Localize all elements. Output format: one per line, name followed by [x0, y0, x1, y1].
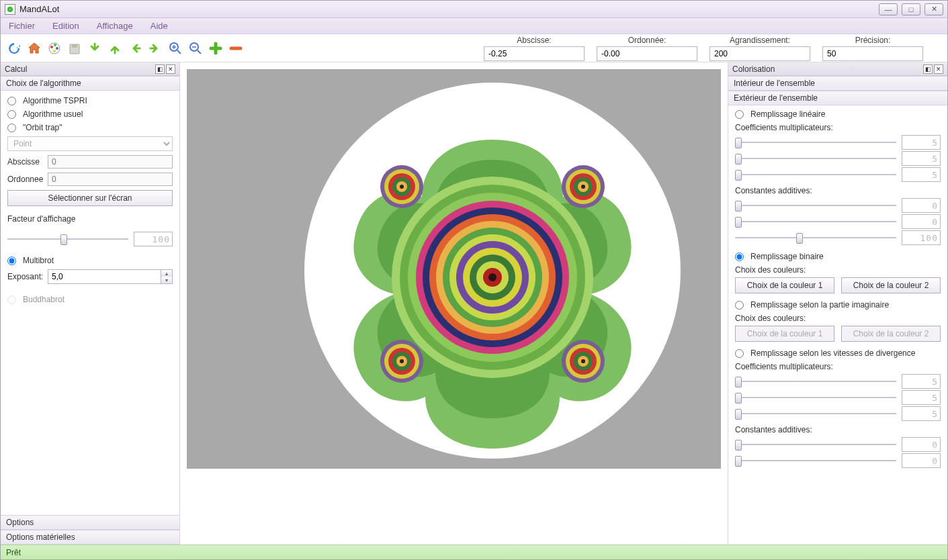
remp-imag-radio[interactable] — [735, 301, 744, 310]
menubar: Fichier Edition Affichage Aide — [1, 18, 947, 34]
menu-file[interactable]: Fichier — [5, 19, 39, 32]
interieur-section[interactable]: Intérieur de l'ensemble — [728, 76, 947, 91]
div-coef-slider-1[interactable] — [735, 375, 896, 388]
algo-orbit-radio[interactable] — [7, 124, 16, 132]
multibrot-label: Multibrot — [23, 256, 54, 265]
remp-div-radio[interactable] — [735, 349, 744, 358]
const-slider-2[interactable] — [735, 215, 896, 228]
algo-section[interactable]: Choix de l'algorithme — [1, 76, 179, 91]
arrow-left-icon[interactable] — [126, 39, 144, 58]
const-slider-3[interactable] — [735, 231, 896, 244]
div-coef-slider-2[interactable] — [735, 391, 896, 404]
exposant-down[interactable]: ▼ — [161, 277, 172, 283]
color2-button[interactable]: Choix de la couleur 2 — [841, 277, 941, 293]
dock-float-icon[interactable]: ◧ — [155, 64, 165, 74]
div-const-disp-2: 0 — [902, 453, 941, 468]
coef-mult-label: Coefficients multiplicateurs: — [735, 123, 941, 132]
svg-point-4 — [53, 50, 56, 52]
div-coef-disp-1: 5 — [902, 374, 941, 389]
facteur-display: 100 — [134, 232, 173, 246]
abscisse-input[interactable] — [484, 46, 585, 61]
calcul-header: Calcul — [5, 64, 27, 74]
facteur-label: Facteur d'affichage — [7, 214, 173, 224]
dock-close-icon-r[interactable]: ✕ — [934, 64, 943, 74]
algo-tspri-radio[interactable] — [7, 97, 16, 105]
palette-icon[interactable] — [45, 39, 64, 58]
close-button[interactable]: ✕ — [924, 3, 943, 15]
zoom-in-icon[interactable] — [166, 39, 185, 58]
precision-input[interactable] — [822, 46, 923, 61]
coef-slider-2[interactable] — [735, 152, 896, 165]
coef-slider-3[interactable] — [735, 168, 896, 181]
div-coef-disp-3: 5 — [902, 406, 941, 421]
const-slider-1[interactable] — [735, 199, 896, 212]
menu-view[interactable]: Affichage — [93, 19, 137, 32]
div-coef-slider-3[interactable] — [735, 407, 896, 420]
agrand-label: Agrandissement: — [709, 36, 810, 45]
menu-help[interactable]: Aide — [146, 19, 172, 32]
exterieur-section[interactable]: Extérieur de l'ensemble — [728, 91, 947, 105]
svg-point-38 — [581, 185, 585, 189]
remp-lin-radio[interactable] — [735, 110, 744, 119]
div-const-slider-1[interactable] — [735, 438, 896, 451]
window-title: MandALot — [19, 4, 879, 14]
refresh-icon[interactable] — [5, 39, 24, 58]
multibrot-radio[interactable] — [7, 256, 16, 265]
color1-button[interactable]: Choix de la couleur 1 — [735, 277, 834, 293]
minus-icon[interactable] — [226, 39, 245, 58]
orbit-point-select[interactable]: Point — [7, 136, 173, 151]
const-disp-1: 0 — [902, 198, 941, 213]
coef-disp-2: 5 — [902, 151, 941, 166]
buddhabrot-label: Buddhabrot — [23, 295, 64, 304]
arrow-down-icon[interactable] — [85, 39, 104, 58]
zoom-out-icon[interactable] — [186, 39, 205, 58]
app-icon — [5, 4, 15, 15]
ot-abscisse-input[interactable] — [48, 155, 173, 169]
exposant-input[interactable] — [48, 269, 161, 284]
arrow-right-icon[interactable] — [146, 39, 165, 58]
div-const-disp-1: 0 — [902, 437, 941, 452]
buddhabrot-radio — [7, 295, 16, 304]
svg-point-26 — [488, 273, 497, 281]
svg-point-3 — [56, 47, 58, 50]
const-disp-2: 0 — [902, 214, 941, 229]
algo-tspri-label: Algorithme TSPRI — [23, 96, 87, 105]
facteur-slider[interactable] — [7, 232, 128, 246]
dock-close-icon[interactable]: ✕ — [166, 64, 175, 74]
svg-point-32 — [400, 185, 404, 189]
svg-point-44 — [400, 359, 404, 363]
svg-line-8 — [177, 50, 181, 54]
coef-disp-3: 5 — [902, 167, 941, 182]
algo-usuel-radio[interactable] — [7, 110, 16, 119]
choix-col-label-1: Choix des couleurs: — [735, 265, 941, 275]
exposant-up[interactable]: ▲ — [161, 270, 172, 277]
div-const-slider-2[interactable] — [735, 454, 896, 467]
right-dock: Colorisation◧✕ Intérieur de l'ensemble E… — [728, 62, 947, 545]
home-icon[interactable] — [25, 39, 44, 58]
agrand-input[interactable] — [709, 46, 810, 61]
options-mat-section[interactable]: Options matérielles — [1, 530, 179, 545]
options-section[interactable]: Options — [1, 515, 179, 530]
save-icon[interactable] — [65, 39, 84, 58]
svg-point-2 — [54, 44, 56, 46]
arrow-up-icon[interactable] — [105, 39, 124, 58]
status-text: Prêt — [6, 548, 21, 557]
fractal-canvas[interactable] — [187, 69, 721, 469]
dock-float-icon-r[interactable]: ◧ — [923, 64, 933, 74]
remp-bin-radio[interactable] — [735, 252, 744, 261]
ot-ordonnee-label: Ordonnee — [7, 175, 44, 184]
color1-button-dis: Choix de la couleur 1 — [735, 326, 834, 342]
coef-slider-1[interactable] — [735, 136, 896, 149]
ordonnee-input[interactable] — [597, 46, 697, 61]
plus-icon[interactable] — [206, 39, 225, 58]
maximize-button[interactable]: □ — [902, 3, 920, 15]
ot-ordonnee-input[interactable] — [48, 173, 173, 186]
color2-button-dis: Choix de la couleur 2 — [841, 326, 941, 342]
algo-orbit-label: "Orbit trap" — [23, 123, 62, 132]
select-on-screen-button[interactable]: Sélectionner sur l'écran — [7, 190, 173, 206]
menu-edit[interactable]: Edition — [48, 19, 83, 32]
svg-line-10 — [198, 50, 201, 54]
status-bar: Prêt — [1, 545, 947, 559]
minimize-button[interactable]: — — [879, 3, 898, 15]
ot-abscisse-label: Abscisse — [7, 157, 44, 167]
